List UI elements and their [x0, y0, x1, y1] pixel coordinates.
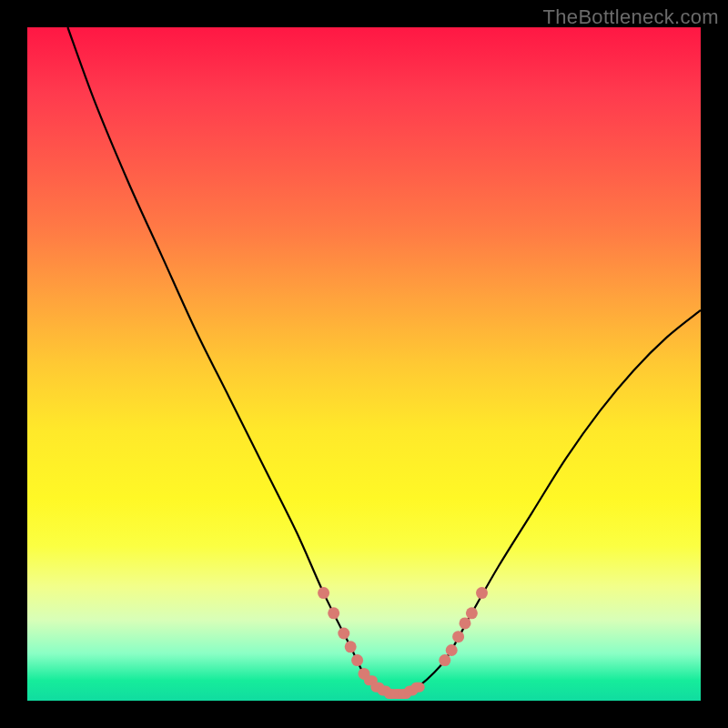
frame-border-left: [0, 0, 27, 728]
chart-frame: TheBottleneck.com: [0, 0, 728, 728]
highlight-floor: [364, 675, 425, 699]
highlight-point: [338, 628, 349, 640]
watermark-text: TheBottleneck.com: [543, 5, 719, 29]
highlight-pill: [411, 682, 425, 693]
highlight-point: [328, 607, 339, 619]
highlight-point: [345, 641, 357, 652]
highlight-point: [439, 654, 450, 666]
highlight-point: [466, 607, 478, 619]
highlight-point: [318, 587, 329, 599]
frame-border-right: [701, 0, 728, 728]
highlight-point: [460, 617, 471, 629]
highlight-point: [476, 587, 488, 599]
highlight-point: [351, 654, 363, 666]
highlight-left-branch: [318, 587, 369, 680]
highlight-point: [452, 631, 464, 642]
chart-svg: [27, 27, 701, 701]
bottleneck-curve: [67, 27, 701, 695]
highlight-point: [446, 644, 458, 656]
frame-border-bottom: [0, 701, 728, 728]
